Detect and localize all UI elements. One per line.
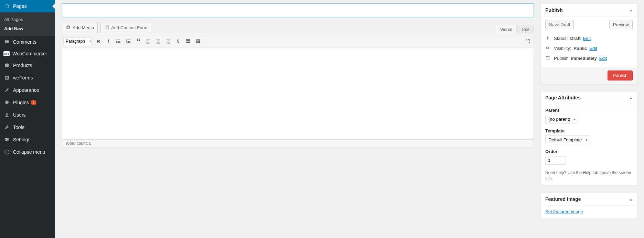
svg-point-4 bbox=[6, 113, 8, 115]
svg-rect-39 bbox=[168, 43, 170, 44]
woo-icon: woo bbox=[3, 51, 10, 56]
edit-publish-date-link[interactable]: Edit bbox=[599, 56, 607, 61]
sidebar-item-collapse[interactable]: Collapse menu bbox=[0, 146, 55, 158]
sidebar-label: Settings bbox=[13, 137, 31, 142]
order-input[interactable] bbox=[545, 156, 566, 165]
toggle-publish-icon[interactable]: ▲ bbox=[629, 8, 633, 12]
tab-visual[interactable]: Visual bbox=[496, 25, 517, 34]
editor-canvas[interactable] bbox=[62, 47, 534, 140]
link-button[interactable] bbox=[173, 36, 183, 46]
svg-rect-36 bbox=[166, 40, 170, 40]
align-center-button[interactable] bbox=[153, 36, 163, 46]
camera-icon bbox=[66, 24, 71, 31]
svg-rect-35 bbox=[157, 43, 160, 44]
toggle-attributes-icon[interactable]: ▲ bbox=[629, 96, 633, 100]
italic-button[interactable]: I bbox=[104, 36, 113, 46]
toggle-featured-icon[interactable]: ▲ bbox=[629, 197, 633, 201]
sidebar-label: Comments bbox=[13, 39, 36, 45]
svg-rect-2 bbox=[6, 77, 8, 78]
editor-toolbar: Paragraph B I 123 ❝ bbox=[62, 35, 534, 47]
submenu-add-new[interactable]: Add New bbox=[0, 24, 55, 33]
svg-rect-30 bbox=[146, 42, 150, 43]
sidebar-label: Pages bbox=[13, 3, 27, 9]
svg-point-18 bbox=[116, 41, 117, 42]
template-label: Template bbox=[545, 128, 633, 133]
users-icon bbox=[3, 111, 10, 118]
sidebar-label: Users bbox=[13, 112, 26, 118]
sidebar-item-comments[interactable]: Comments bbox=[0, 36, 55, 48]
sidebar-item-tools[interactable]: Tools bbox=[0, 121, 55, 133]
visibility-row: Visibility: Public Edit bbox=[545, 43, 633, 53]
sidebar-label: Appearance bbox=[13, 87, 39, 93]
svg-rect-38 bbox=[166, 42, 170, 43]
sidebar-item-weforms[interactable]: weForms bbox=[0, 72, 55, 84]
svg-rect-27 bbox=[128, 42, 130, 43]
add-media-label: Add Media bbox=[73, 25, 94, 30]
template-select[interactable]: Default Template bbox=[545, 136, 590, 144]
readmore-button[interactable] bbox=[183, 36, 193, 46]
svg-rect-19 bbox=[118, 41, 120, 42]
featured-image-title: Featured Image bbox=[545, 196, 581, 202]
fullscreen-button[interactable] bbox=[523, 36, 533, 46]
svg-rect-43 bbox=[196, 39, 197, 40]
svg-rect-47 bbox=[197, 41, 198, 42]
pin-icon bbox=[545, 35, 551, 41]
bullet-list-button[interactable] bbox=[114, 36, 123, 46]
collapse-icon bbox=[3, 149, 10, 155]
svg-rect-51 bbox=[199, 42, 200, 43]
svg-rect-1 bbox=[6, 77, 8, 77]
svg-rect-21 bbox=[118, 42, 120, 43]
sidebar-item-pages[interactable]: Pages bbox=[0, 0, 55, 12]
order-label: Order bbox=[545, 149, 633, 154]
page-title-input[interactable] bbox=[62, 3, 534, 17]
format-select[interactable]: Paragraph bbox=[63, 37, 92, 45]
sidebar-item-plugins[interactable]: Plugins 2 bbox=[0, 96, 55, 109]
page-attributes-title: Page Attributes bbox=[545, 95, 581, 100]
publish-title: Publish bbox=[545, 7, 563, 13]
main-content: Add Media Add Contact Form Visual Text P… bbox=[55, 0, 644, 238]
save-draft-button[interactable]: Save Draft bbox=[545, 20, 574, 29]
form-icon bbox=[104, 24, 109, 31]
publish-date-row: Publish immediately Edit bbox=[545, 53, 633, 63]
svg-rect-25 bbox=[128, 41, 130, 42]
parent-label: Parent bbox=[545, 108, 633, 113]
add-contact-form-button[interactable]: Add Contact Form bbox=[100, 23, 151, 32]
sidebar-item-appearance[interactable]: Appearance bbox=[0, 84, 55, 96]
bold-button[interactable]: B bbox=[94, 36, 103, 46]
sidebar-item-woocommerce[interactable]: woo WooCommerce bbox=[0, 48, 55, 59]
edit-status-link[interactable]: Edit bbox=[583, 36, 591, 41]
svg-rect-29 bbox=[146, 41, 149, 41]
editor-status-bar: Word count: 0 bbox=[62, 140, 534, 147]
sidebar-label: WooCommerce bbox=[12, 51, 46, 56]
set-featured-image-link[interactable]: Set featured image bbox=[545, 209, 583, 214]
svg-rect-31 bbox=[146, 43, 149, 44]
svg-rect-50 bbox=[197, 42, 198, 43]
sidebar-label: Collapse menu bbox=[13, 149, 45, 155]
publish-button[interactable]: Publish bbox=[608, 71, 633, 80]
numbered-list-button[interactable]: 123 bbox=[124, 36, 133, 46]
eye-icon bbox=[545, 45, 551, 51]
parent-select[interactable]: (no parent) bbox=[545, 115, 578, 123]
align-left-button[interactable] bbox=[143, 36, 153, 46]
page-attributes-box: Page Attributes ▲ Parent (no parent) Tem… bbox=[541, 91, 637, 186]
comments-icon bbox=[3, 39, 10, 45]
svg-point-8 bbox=[6, 138, 7, 139]
svg-rect-41 bbox=[186, 41, 190, 42]
sidebar-item-settings[interactable]: Settings bbox=[0, 133, 55, 146]
pages-submenu: All Pages Add New bbox=[0, 12, 55, 36]
tab-text[interactable]: Text bbox=[517, 25, 534, 34]
preview-button[interactable]: Preview bbox=[609, 20, 633, 29]
svg-rect-42 bbox=[186, 42, 190, 43]
featured-image-box: Featured Image ▲ Set featured image bbox=[541, 193, 637, 218]
svg-text:3: 3 bbox=[126, 42, 127, 44]
blockquote-button[interactable]: ❝ bbox=[133, 36, 143, 46]
sidebar-item-users[interactable]: Users bbox=[0, 109, 55, 121]
align-right-button[interactable] bbox=[163, 36, 173, 46]
sidebar-label: Plugins bbox=[13, 100, 29, 105]
add-media-button[interactable]: Add Media bbox=[62, 23, 98, 32]
toolbar-toggle-button[interactable] bbox=[193, 36, 203, 46]
submenu-all-pages[interactable]: All Pages bbox=[0, 15, 55, 24]
sidebar-item-products[interactable]: Products bbox=[0, 59, 55, 72]
appearance-icon bbox=[3, 87, 10, 94]
edit-visibility-link[interactable]: Edit bbox=[589, 46, 597, 51]
